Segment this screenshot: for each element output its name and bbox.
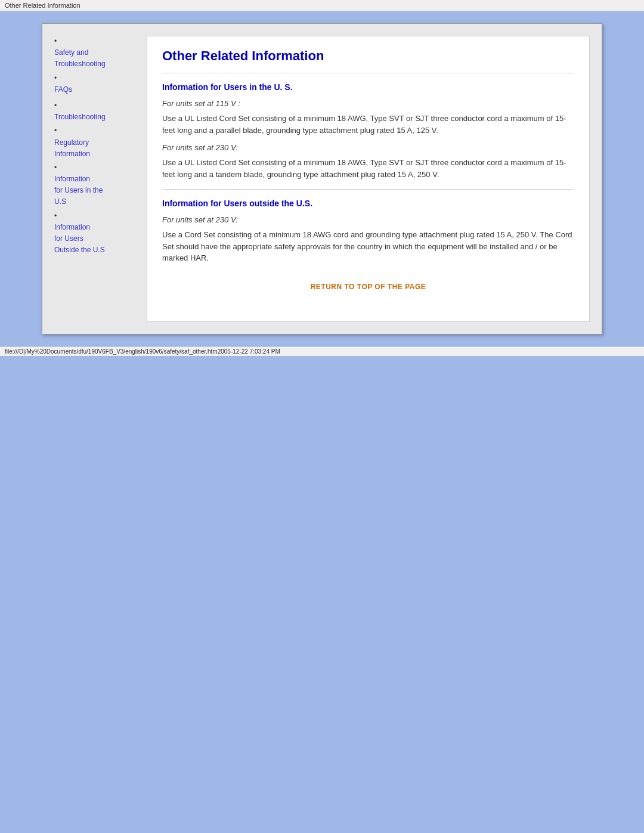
outside-section-heading: Information for Users outside the U.S. xyxy=(162,199,574,208)
sidebar-item-troubleshooting[interactable]: • Troubleshooting xyxy=(54,100,141,123)
us-230v-label: For units set at 230 V: xyxy=(162,143,574,152)
bullet-regulatory: • xyxy=(54,126,57,135)
us-section-heading: Information for Users in the U. S. xyxy=(162,82,574,92)
link-safety[interactable]: Safety andTroubleshooting xyxy=(54,47,141,70)
us-115v-text: Use a UL Listed Cord Set consisting of a… xyxy=(162,113,574,136)
bullet-info-outside: • xyxy=(54,212,57,220)
sidebar-item-info-outside[interactable]: • Informationfor UsersOutside the U.S xyxy=(54,210,141,256)
bottom-background xyxy=(0,356,644,594)
return-to-top[interactable]: RETURN TO TOP OF THE PAGE xyxy=(162,282,574,291)
content-area: • Safety andTroubleshooting • FAQs • Tro… xyxy=(42,24,602,334)
status-bar: file:///D|/My%20Documents/dfu/190V6FB_V3… xyxy=(0,346,644,356)
outside-230v-text: Use a Cord Set consisting of a minimum 1… xyxy=(162,229,574,264)
link-troubleshooting[interactable]: Troubleshooting xyxy=(54,112,141,123)
sidebar-item-info-us[interactable]: • Informationfor Users in theU.S xyxy=(54,162,141,208)
browser-window: • Safety andTroubleshooting • FAQs • Tro… xyxy=(42,23,602,335)
us-230v-text: Use a UL Listed Cord Set consisting of a… xyxy=(162,157,574,180)
bullet-troubleshooting: • xyxy=(54,101,57,110)
us-section: Information for Users in the U. S. For u… xyxy=(162,82,574,180)
bullet-info-us: • xyxy=(54,163,57,172)
status-bar-text: file:///D|/My%20Documents/dfu/190V6FB_V3… xyxy=(5,348,280,355)
bullet-faqs: • xyxy=(54,74,57,82)
divider-middle xyxy=(162,189,574,190)
link-info-outside[interactable]: Informationfor UsersOutside the U.S xyxy=(54,222,141,256)
outside-section: Information for Users outside the U.S. F… xyxy=(162,199,574,264)
sidebar: • Safety andTroubleshooting • FAQs • Tro… xyxy=(54,36,147,322)
link-regulatory[interactable]: RegulatoryInformation xyxy=(54,137,141,160)
page-title: Other Related Information xyxy=(162,48,574,64)
link-info-us[interactable]: Informationfor Users in theU.S xyxy=(54,174,141,208)
bullet-safety: • xyxy=(54,37,57,45)
sidebar-item-regulatory[interactable]: • RegulatoryInformation xyxy=(54,125,141,160)
us-115v-label: For units set at 115 V : xyxy=(162,99,574,108)
title-bar-text: Other Related Information xyxy=(5,2,80,9)
sidebar-item-faqs[interactable]: • FAQs xyxy=(54,73,141,95)
divider-top xyxy=(162,73,574,73)
sidebar-item-safety[interactable]: • Safety andTroubleshooting xyxy=(54,36,141,70)
outside-230v-label: For units set at 230 V: xyxy=(162,215,574,224)
main-content: Other Related Information Information fo… xyxy=(147,36,590,322)
return-to-top-link[interactable]: RETURN TO TOP OF THE PAGE xyxy=(311,283,426,291)
title-bar: Other Related Information xyxy=(0,0,644,11)
link-faqs[interactable]: FAQs xyxy=(54,84,141,95)
